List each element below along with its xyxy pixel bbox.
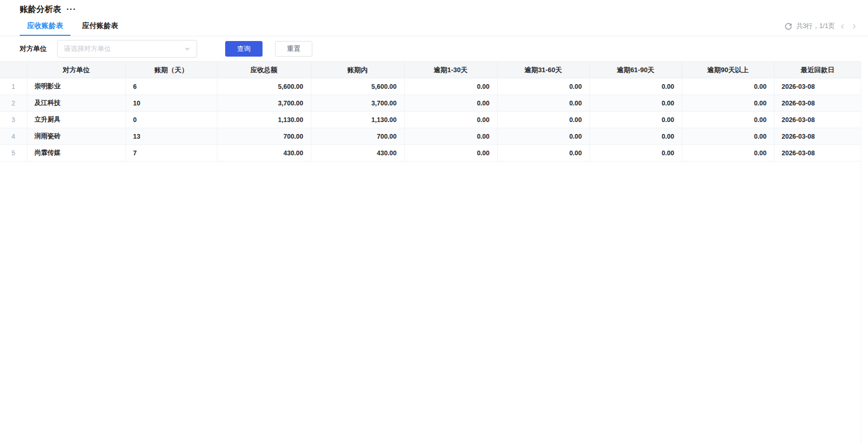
tab-receivable-aging[interactable]: 应收账龄表 (20, 17, 71, 36)
cell: 0.00 (682, 128, 774, 145)
aging-table: 对方单位账期（天）应收总额账期内逾期1-30天逾期31-60天逾期61-90天逾… (0, 61, 861, 162)
table-header-row: 对方单位账期（天）应收总额账期内逾期1-30天逾期31-60天逾期61-90天逾… (0, 62, 861, 78)
table-row[interactable]: 4润雨瓷砖13700.00700.000.000.000.000.002026-… (0, 128, 861, 145)
cell: 0.00 (682, 145, 774, 162)
row-number: 2 (0, 95, 27, 112)
page-title: 账龄分析表 (20, 4, 61, 15)
query-button[interactable]: 查询 (225, 41, 263, 57)
cell: 0.00 (404, 95, 497, 112)
cell: 2026-03-08 (774, 128, 861, 145)
cell: 0 (126, 112, 217, 128)
column-header: 账期内 (311, 62, 404, 78)
cell: 润雨瓷砖 (27, 128, 126, 145)
cell: 3,700.00 (217, 95, 311, 112)
cell: 0.00 (404, 145, 497, 162)
tab-payable-aging[interactable]: 应付账龄表 (75, 17, 126, 36)
cell: 0.00 (497, 95, 589, 112)
table-row[interactable]: 5尚霖传媒7430.00430.000.000.000.000.002026-0… (0, 145, 861, 162)
row-number: 4 (0, 128, 27, 145)
cell: 430.00 (217, 145, 311, 162)
row-number: 1 (0, 78, 27, 95)
cell: 1,130.00 (311, 112, 404, 128)
column-header: 应收总额 (217, 62, 311, 78)
row-number: 3 (0, 112, 27, 128)
cell: 0.00 (497, 112, 589, 128)
column-header: 对方单位 (27, 62, 126, 78)
table-row[interactable]: 1崇明影业65,600.005,600.000.000.000.000.0020… (0, 78, 861, 95)
cell: 700.00 (217, 128, 311, 145)
pagination-summary: 共3行，1/1页 (796, 22, 835, 31)
counterparty-select[interactable]: 请选择对方单位 (57, 40, 197, 58)
table-body: 1崇明影业65,600.005,600.000.000.000.000.0020… (0, 78, 861, 162)
cell: 0.00 (589, 112, 682, 128)
cell: 0.00 (589, 145, 682, 162)
column-header (0, 62, 27, 78)
cell: 0.00 (497, 145, 589, 162)
column-header: 逾期90天以上 (682, 62, 774, 78)
cell: 7 (126, 145, 217, 162)
cell: 6 (126, 78, 217, 95)
column-header: 逾期31-60天 (497, 62, 589, 78)
counterparty-filter-label: 对方单位 (20, 44, 47, 53)
cell: 2026-03-08 (774, 145, 861, 162)
cell: 2026-03-08 (774, 112, 861, 128)
cell: 0.00 (589, 78, 682, 95)
tab-bar: 应收账龄表 应付账龄表 共3行，1/1页 (0, 17, 868, 36)
cell: 0.00 (497, 128, 589, 145)
cell: 0.00 (404, 78, 497, 95)
more-icon[interactable]: ··· (66, 7, 76, 12)
cell: 1,130.00 (217, 112, 311, 128)
chevron-down-icon (184, 46, 190, 52)
column-header: 账期（天） (126, 62, 217, 78)
cell: 0.00 (589, 128, 682, 145)
cell: 2026-03-08 (774, 78, 861, 95)
cell: 崇明影业 (27, 78, 126, 95)
cell: 0.00 (682, 78, 774, 95)
cell: 0.00 (682, 95, 774, 112)
cell: 13 (126, 128, 217, 145)
prev-page-icon[interactable] (839, 23, 846, 30)
next-page-icon[interactable] (850, 23, 858, 30)
refresh-icon[interactable] (784, 22, 792, 30)
cell: 0.00 (497, 78, 589, 95)
column-header: 逾期1-30天 (404, 62, 497, 78)
cell: 0.00 (682, 112, 774, 128)
table-row[interactable]: 2及江科技103,700.003,700.000.000.000.000.002… (0, 95, 861, 112)
pagination: 共3行，1/1页 (784, 22, 858, 36)
table-row[interactable]: 3立升厨具01,130.001,130.000.000.000.000.0020… (0, 112, 861, 128)
select-placeholder: 请选择对方单位 (64, 44, 111, 53)
cell: 尚霖传媒 (27, 145, 126, 162)
cell: 0.00 (404, 112, 497, 128)
cell: 5,600.00 (217, 78, 311, 95)
cell: 700.00 (311, 128, 404, 145)
cell: 5,600.00 (311, 78, 404, 95)
cell: 及江科技 (27, 95, 126, 112)
column-header: 逾期61-90天 (589, 62, 682, 78)
page-header: 账龄分析表 ··· (0, 0, 868, 17)
cell: 10 (126, 95, 217, 112)
row-number: 5 (0, 145, 27, 162)
cell: 430.00 (311, 145, 404, 162)
cell: 2026-03-08 (774, 95, 861, 112)
vertical-scrollbar[interactable] (861, 62, 868, 443)
filter-toolbar: 对方单位 请选择对方单位 查询 重置 (0, 36, 868, 61)
cell: 立升厨具 (27, 112, 126, 128)
cell: 0.00 (589, 95, 682, 112)
cell: 0.00 (404, 128, 497, 145)
column-header: 最近回款日 (774, 62, 861, 78)
reset-button[interactable]: 重置 (275, 41, 312, 57)
cell: 3,700.00 (311, 95, 404, 112)
